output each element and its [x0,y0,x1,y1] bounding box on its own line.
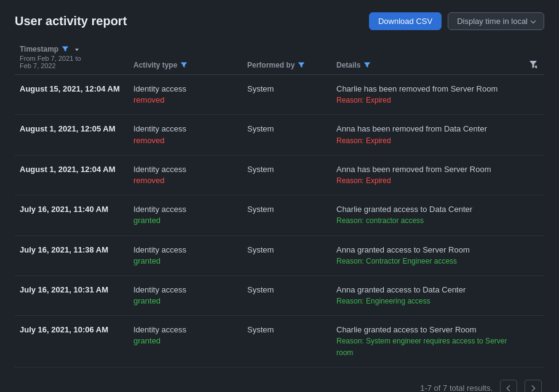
timestamp-label: Timestamp [20,45,58,53]
cell-timestamp: July 16, 2021, 11:38 AM [15,243,129,257]
details-reason: Reason: Expired [336,176,391,185]
performed-by-label: Performed by [247,61,295,69]
col-header-timestamp: Timestamp From Feb 7, 2021 toFeb 7, [15,45,129,69]
cell-activity-type: Identity access granted [129,203,242,227]
cell-performed-by: System [242,283,331,297]
cell-activity-type: Identity access granted [129,323,242,348]
header-actions: Download CSV Display time in local [369,12,544,30]
activity-line1: Identity access [133,285,186,294]
details-reason: Reason: Expired [336,96,391,104]
timestamp-range: From Feb 7, 2021 toFeb 7, 2022 [20,55,81,69]
col-header-activity-type: Activity type [129,61,242,69]
table-row: August 1, 2021, 12:04 AM Identity access… [15,155,544,195]
details-line1: Charlie granted access to Data Center [336,205,472,214]
cell-empty [522,82,544,85]
cell-details: Anna has been removed from Data Center R… [331,122,522,147]
cell-empty [522,323,544,326]
activity-type-filter-icon[interactable] [180,61,188,69]
cell-empty [522,243,544,246]
table-row: August 1, 2021, 12:05 AM Identity access… [15,115,544,155]
activity-line2: removed [133,176,165,185]
cell-activity-type: Identity access granted [129,283,242,308]
pagination: 1-7 of 7 total results. [15,380,544,392]
details-filter-icon[interactable] [363,61,371,69]
activity-line1: Identity access [133,124,186,133]
activity-line1: Identity access [133,205,186,214]
table-header: Timestamp From Feb 7, 2021 toFeb 7, [15,45,544,75]
download-csv-button[interactable]: Download CSV [369,12,442,30]
display-time-button[interactable]: Display time in local [448,12,544,30]
chevron-down-icon [531,18,536,23]
details-line1: Anna has been removed from Data Center [336,124,487,133]
table-row: July 16, 2021, 10:31 AM Identity access … [15,276,544,316]
cell-performed-by: System [242,122,331,136]
details-line1: Anna has been removed from Server Room [336,165,491,174]
cell-activity-type: Identity access granted [129,243,242,268]
table-row: July 16, 2021, 11:40 AM Identity access … [15,195,544,235]
cell-details: Charlie granted access to Server Room Re… [331,323,522,359]
cell-details: Anna has been removed from Server Room R… [331,163,522,187]
timestamp-sort-icon[interactable] [73,45,81,53]
pagination-prev-button[interactable] [500,380,517,392]
table-row: August 15, 2021, 12:04 AM Identity acces… [15,75,544,115]
activity-line1: Identity access [133,325,186,334]
activity-table: Timestamp From Feb 7, 2021 toFeb 7, [15,45,544,367]
clear-filters-button[interactable] [522,60,544,69]
performed-by-filter-icon[interactable] [298,61,305,69]
details-reason: Reason: Expired [336,136,391,145]
activity-line1: Identity access [133,84,186,93]
cell-timestamp: July 16, 2021, 10:06 AM [15,323,129,337]
details-line1: Anna granted access to Data Center [336,285,466,294]
activity-line2: granted [133,256,161,265]
timestamp-filter-icon[interactable] [61,45,69,53]
table-row: July 16, 2021, 10:06 AM Identity access … [15,316,544,367]
details-line1: Charlie has been removed from Server Roo… [336,84,498,93]
activity-line2: granted [133,336,161,345]
table-body: August 15, 2021, 12:04 AM Identity acces… [15,75,544,367]
col-header-performed-by: Performed by [242,61,331,69]
activity-line2: removed [133,136,165,145]
cell-details: Charlie has been removed from Server Roo… [331,82,522,107]
pagination-text: 1-7 of 7 total results. [420,383,493,392]
details-line1: Anna granted access to Server Room [336,245,470,254]
page-title: User activity report [15,14,127,28]
cell-details: Charlie granted access to Data Center Re… [331,203,522,227]
cell-timestamp: July 16, 2021, 10:31 AM [15,283,129,297]
activity-line2: removed [133,95,165,104]
activity-line2: granted [133,216,161,225]
details-reason: Reason: Engineering access [336,297,430,305]
details-label: Details [336,61,360,69]
cell-activity-type: Identity access removed [129,82,242,107]
cell-timestamp: August 1, 2021, 12:04 AM [15,163,129,176]
cell-performed-by: System [242,323,331,337]
cell-details: Anna granted access to Server Room Reaso… [331,243,522,268]
cell-empty [522,163,544,165]
details-reason: Reason: Contractor Engineer access [336,257,457,265]
table-row: July 16, 2021, 11:38 AM Identity access … [15,236,544,276]
activity-line1: Identity access [133,165,186,174]
cell-timestamp: July 16, 2021, 11:40 AM [15,203,129,216]
details-line1: Charlie granted access to Server Room [336,325,477,334]
display-time-label: Display time in local [457,17,528,26]
cell-activity-type: Identity access removed [129,163,242,187]
cell-timestamp: August 1, 2021, 12:05 AM [15,122,129,136]
activity-type-label: Activity type [133,61,177,69]
details-reason: Reason: System engineer requires access … [336,337,507,356]
activity-line2: granted [133,296,161,305]
cell-empty [522,283,544,286]
cell-activity-type: Identity access removed [129,122,242,147]
cell-performed-by: System [242,203,331,216]
cell-performed-by: System [242,163,331,176]
cell-timestamp: August 15, 2021, 12:04 AM [15,82,129,96]
cell-performed-by: System [242,82,331,96]
cell-details: Anna granted access to Data Center Reaso… [331,283,522,308]
page-wrapper: User activity report Download CSV Displa… [0,0,559,392]
activity-line1: Identity access [133,245,186,254]
col-header-details: Details [331,61,522,69]
cell-performed-by: System [242,243,331,257]
cell-empty [522,122,544,125]
page-header: User activity report Download CSV Displa… [15,12,544,30]
pagination-next-button[interactable] [525,380,542,392]
details-reason: Reason: contractor access [336,216,424,225]
cell-empty [522,203,544,205]
